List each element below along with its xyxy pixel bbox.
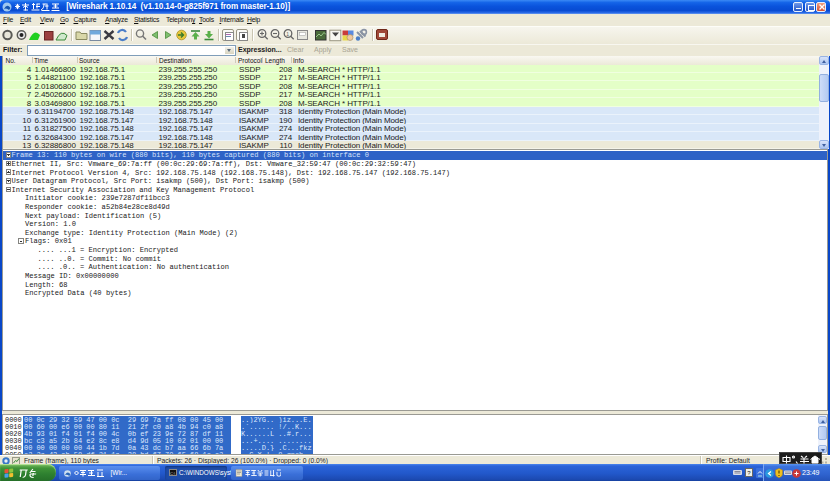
svg-text:1: 1 (286, 30, 289, 36)
